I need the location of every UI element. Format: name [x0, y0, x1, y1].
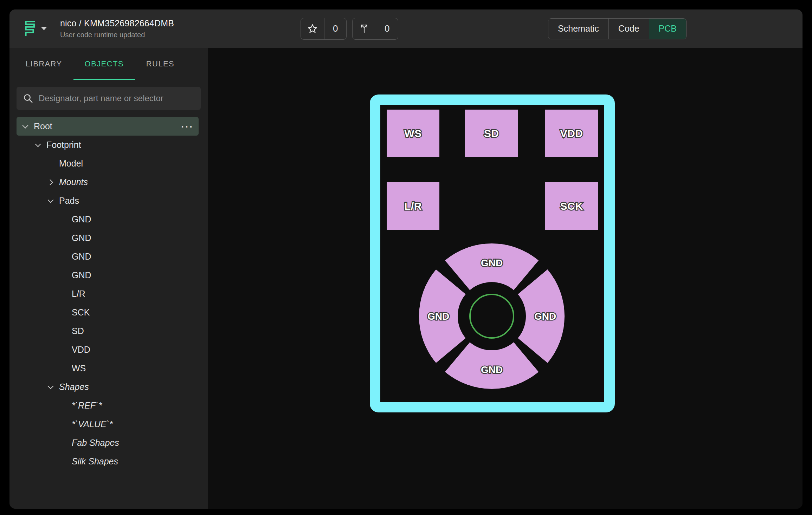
fork-button[interactable]	[353, 18, 376, 39]
pad-vdd[interactable]: VDD	[545, 110, 598, 157]
tree-item-value[interactable]: *`VALUE`*	[17, 415, 199, 433]
chevron-spacer	[61, 441, 65, 445]
chevron-right-icon[interactable]	[47, 179, 53, 185]
svg-text:WS: WS	[404, 128, 421, 139]
tree-item-gnd[interactable]: GND	[17, 229, 199, 247]
tab-library[interactable]: LIBRARY	[14, 48, 73, 80]
tree-item-label: Pads	[59, 196, 79, 206]
sidebar: LIBRARYOBJECTSRULES Root⋯FootprintModelM…	[9, 48, 208, 509]
svg-text:GND: GND	[427, 311, 449, 322]
pad-gnd-left[interactable]: GND	[419, 269, 466, 363]
app-menu[interactable]	[21, 20, 47, 38]
pad-gnd-bottom[interactable]: GND	[445, 342, 539, 389]
chevron-spacer	[61, 422, 65, 426]
project-title-block: nico / KMM3526982664DMB User code runtim…	[60, 18, 174, 39]
search-bar	[17, 87, 201, 110]
topbar: nico / KMM3526982664DMB User code runtim…	[9, 9, 803, 48]
pad-gnd-top[interactable]: GND	[445, 243, 539, 290]
chevron-down-icon[interactable]	[22, 122, 28, 128]
chevron-spacer	[61, 292, 65, 296]
tree-item-ws[interactable]: WS	[17, 359, 199, 378]
view-tab-pcb[interactable]: PCB	[649, 19, 686, 39]
tree-item-sd[interactable]: SD	[17, 322, 199, 340]
star-count[interactable]: 0	[324, 23, 346, 34]
tree-item-label: SCK	[72, 307, 90, 318]
object-tree: Root⋯FootprintModelMountsPadsGNDGNDGNDGN…	[17, 117, 208, 509]
chevron-down-icon[interactable]	[48, 197, 54, 203]
tree-item-gnd[interactable]: GND	[17, 247, 199, 266]
content: LIBRARYOBJECTSRULES Root⋯FootprintModelM…	[9, 48, 803, 509]
tree-item-label: Shapes	[59, 382, 89, 392]
svg-text:GND: GND	[481, 258, 503, 268]
tree-item-gnd[interactable]: GND	[17, 210, 199, 229]
pad-l-r[interactable]: L/R	[387, 182, 439, 230]
chevron-down-icon[interactable]	[35, 141, 41, 147]
star-icon	[307, 24, 318, 34]
tree-item-mounts[interactable]: Mounts	[17, 173, 199, 191]
tree-item-gnd[interactable]: GND	[17, 266, 199, 285]
svg-text:SD: SD	[484, 128, 499, 139]
tree-item-ref[interactable]: *`REF`*	[17, 396, 199, 415]
fork-icon	[359, 24, 369, 34]
chevron-spacer	[61, 404, 65, 408]
tree-item-label: Mounts	[59, 177, 88, 187]
pcb-canvas[interactable]: WS SD VDD L/R SCK GND	[208, 48, 803, 509]
tree-item-vdd[interactable]: VDD	[17, 340, 199, 359]
view-tabs: SchematicCodePCB	[548, 18, 687, 39]
pad-gnd-right[interactable]: GND	[518, 269, 565, 363]
runtime-status-text: User code runtime updated	[60, 31, 174, 39]
tree-item-label: SD	[72, 326, 84, 336]
svg-text:GND: GND	[481, 364, 503, 375]
pcb-svg: WS SD VDD L/R SCK GND	[208, 48, 803, 509]
tree-item-silk-shapes[interactable]: Silk Shapes	[17, 452, 199, 471]
pad-sck[interactable]: SCK	[545, 182, 598, 230]
pad-ws[interactable]: WS	[387, 110, 439, 157]
tab-objects[interactable]: OBJECTS	[73, 48, 135, 80]
star-count-group: 0	[301, 18, 347, 40]
chevron-spacer	[49, 162, 53, 166]
flux-logo-icon	[21, 20, 38, 38]
svg-text:L/R: L/R	[404, 200, 422, 212]
sidebar-tabs: LIBRARYOBJECTSRULES	[9, 48, 208, 80]
tree-item-model[interactable]: Model	[17, 154, 199, 173]
search-input[interactable]	[39, 93, 194, 103]
fork-count[interactable]: 0	[376, 23, 398, 34]
tab-rules[interactable]: RULES	[135, 48, 186, 80]
chevron-spacer	[61, 255, 65, 259]
pad-sd[interactable]: SD	[465, 110, 518, 157]
tree-item-label: Silk Shapes	[72, 456, 118, 467]
tree-item-label: *`VALUE`*	[72, 419, 113, 429]
view-tab-code[interactable]: Code	[608, 19, 649, 39]
tree-item-footprint[interactable]: Footprint	[17, 136, 199, 154]
svg-text:SCK: SCK	[560, 200, 583, 212]
tree-item-l-r[interactable]: L/R	[17, 285, 199, 303]
tree-item-label: *`REF`*	[72, 400, 102, 411]
tree-item-label: Model	[59, 158, 83, 169]
tree-item-label: Footprint	[46, 140, 81, 150]
fork-count-group: 0	[352, 18, 398, 40]
svg-text:VDD: VDD	[560, 128, 583, 139]
view-tab-schematic[interactable]: Schematic	[548, 19, 608, 39]
tree-item-label: Root	[34, 121, 52, 131]
tree-item-label: GND	[72, 233, 91, 243]
chevron-spacer	[61, 273, 65, 278]
chevron-spacer	[61, 459, 65, 464]
tree-item-fab-shapes[interactable]: Fab Shapes	[17, 433, 199, 452]
chevron-spacer	[61, 366, 65, 371]
tree-item-sck[interactable]: SCK	[17, 303, 199, 322]
tree-item-shapes[interactable]: Shapes	[17, 378, 199, 396]
chevron-down-icon[interactable]	[48, 383, 54, 389]
chevron-down-icon[interactable]	[41, 27, 47, 30]
tree-item-label: L/R	[72, 289, 85, 299]
tree-item-root[interactable]: Root⋯	[17, 117, 199, 136]
app-window: nico / KMM3526982664DMB User code runtim…	[9, 9, 803, 509]
tree-item-label: GND	[72, 270, 91, 280]
project-title: nico / KMM3526982664DMB	[60, 18, 174, 28]
svg-text:GND: GND	[534, 311, 556, 322]
tree-item-pads[interactable]: Pads	[17, 191, 199, 210]
chevron-spacer	[61, 311, 65, 315]
chevron-spacer	[61, 329, 65, 333]
center-hole-circle[interactable]	[470, 294, 514, 338]
star-button[interactable]	[301, 18, 324, 39]
search-icon	[23, 93, 33, 104]
